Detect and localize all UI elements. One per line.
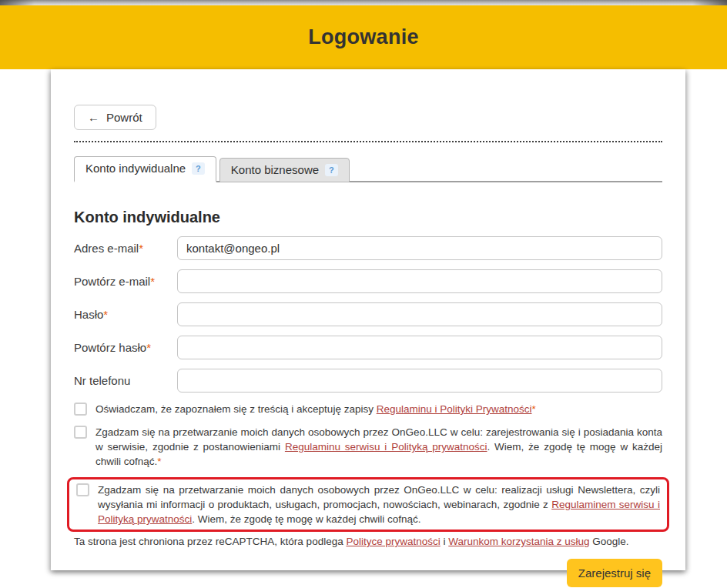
form-row-email: Adres e-mail*: [74, 236, 662, 260]
text-link[interactable]: Polityce prywatności: [346, 536, 440, 547]
recaptcha-note: Ta strona jest chroniona przez reCAPTCHA…: [74, 535, 662, 549]
form-row-phone: Nr telefonu: [74, 369, 662, 393]
arrow-left-icon: ←: [88, 112, 99, 123]
consent-row-newsletter: Zgadzam się na przetwarzanie moich danyc…: [76, 483, 660, 526]
repeat-email-label: Powtórz e-mail*: [74, 275, 177, 288]
repeat-password-field[interactable]: [177, 336, 662, 359]
consent-section: Oświadczam, że zapoznałem się z treścią …: [74, 402, 662, 532]
email-field[interactable]: [177, 236, 662, 260]
window-top-strip: [0, 0, 727, 5]
submit-row: Zarejestruj się: [74, 559, 662, 587]
required-asterisk: *: [150, 275, 155, 288]
text-link[interactable]: Regulaminu serwisu i Polityką prywatnośc…: [285, 441, 487, 453]
registration-form: Adres e-mail* Powtórz e-mail* Hasło* Pow…: [74, 236, 662, 393]
form-row-password: Hasło*: [74, 302, 662, 326]
form-row-repeat-password: Powtórz hasło*: [74, 336, 662, 359]
password-label: Hasło*: [74, 308, 177, 321]
label-text: Powtórz e-mail: [74, 275, 150, 288]
tab-label: Konto biznesowe: [231, 163, 319, 176]
back-button[interactable]: ← Powrót: [74, 105, 156, 130]
text-run: Oświadczam, że zapoznałem się z treścią …: [95, 403, 377, 415]
section-heading: Konto indywidualne: [74, 209, 662, 226]
phone-field[interactable]: [177, 369, 662, 393]
text-run: Ta strona jest chroniona przez reCAPTCHA…: [74, 536, 346, 547]
help-icon[interactable]: ?: [192, 162, 205, 175]
page-title: Logowanie: [308, 25, 419, 49]
label-text: Powtórz hasło: [74, 341, 146, 354]
form-row-repeat-email: Powtórz e-mail*: [74, 269, 662, 293]
help-icon[interactable]: ?: [325, 164, 338, 176]
text-run: Google.: [590, 536, 629, 547]
consent-text: Oświadczam, że zapoznałem się z treścią …: [95, 402, 536, 416]
tab-label: Konto indywidualne: [85, 162, 186, 175]
required-asterisk: *: [531, 403, 535, 415]
page-header: Logowanie: [0, 5, 727, 69]
label-text: Nr telefonu: [74, 374, 130, 387]
text-run: i: [441, 536, 449, 547]
label-text: Hasło: [74, 308, 103, 321]
text-link[interactable]: Regulaminu i Polityki Prywatności: [377, 403, 532, 415]
phone-label: Nr telefonu: [74, 374, 177, 387]
newsletter-consent-highlight: Zgadzam się na przetwarzanie moich danyc…: [67, 477, 669, 532]
account-type-tabs: Konto indywidualne ? Konto biznesowe ?: [74, 156, 662, 182]
label-text: Adres e-mail: [74, 242, 139, 255]
consent-text: Zgadzam się na przetwarzanie moich danyc…: [95, 425, 662, 469]
repeat-email-field[interactable]: [177, 269, 662, 293]
consent-row-terms: Oświadczam, że zapoznałem się z treścią …: [74, 402, 662, 416]
consent-row-data-processing: Zgadzam się na przetwarzanie moich danyc…: [74, 425, 662, 469]
tab-konto-biznesowe[interactable]: Konto biznesowe ?: [219, 158, 350, 182]
dotted-divider: [74, 141, 662, 142]
required-asterisk: *: [139, 242, 143, 255]
text-run: . Wiem, że zgodę tę mogę w każdej chwili…: [192, 513, 420, 525]
text-link[interactable]: Warunkom korzystania z usług: [448, 536, 589, 547]
register-button[interactable]: Zarejestruj się: [567, 559, 662, 587]
required-asterisk: *: [146, 341, 151, 354]
required-asterisk: *: [157, 456, 161, 467]
registration-card: ← Powrót Konto indywidualne ? Konto bizn…: [51, 69, 685, 570]
newsletter-checkbox[interactable]: [76, 483, 89, 496]
terms-checkbox[interactable]: [74, 403, 87, 416]
tab-konto-indywidualne[interactable]: Konto indywidualne ?: [74, 156, 216, 182]
data-processing-checkbox[interactable]: [74, 426, 87, 439]
required-asterisk: *: [103, 308, 108, 321]
back-button-label: Powrót: [106, 111, 142, 124]
consent-text: Zgadzam się na przetwarzanie moich danyc…: [98, 483, 660, 526]
password-field[interactable]: [177, 302, 662, 326]
repeat-password-label: Powtórz hasło*: [74, 341, 177, 354]
email-label: Adres e-mail*: [74, 242, 177, 255]
